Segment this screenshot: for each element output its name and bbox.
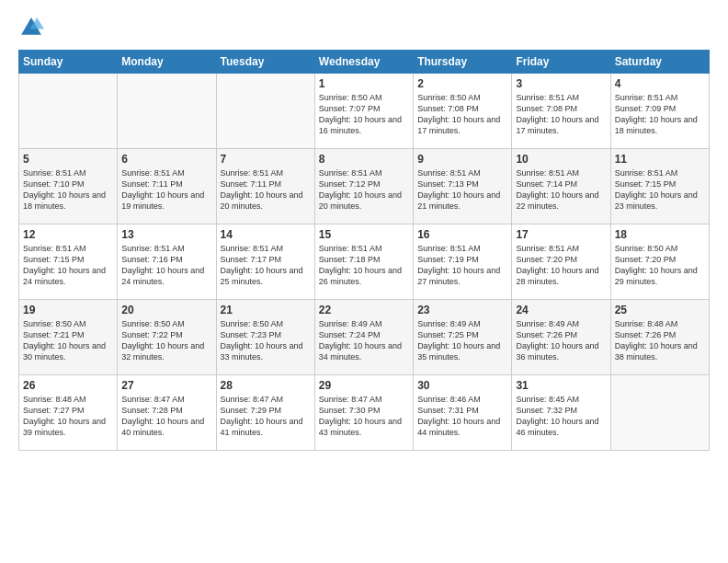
calendar-cell: [216, 74, 314, 149]
day-number: 15: [319, 228, 409, 241]
day-number: 21: [221, 304, 311, 316]
cell-info: Sunrise: 8:51 AM Sunset: 7:11 PM Dayligh…: [121, 167, 211, 213]
calendar-header-row: SundayMondayTuesdayWednesdayThursdayFrid…: [19, 51, 710, 74]
cell-info: Sunrise: 8:47 AM Sunset: 7:30 PM Dayligh…: [319, 394, 409, 439]
cell-info: Sunrise: 8:51 AM Sunset: 7:14 PM Dayligh…: [516, 167, 606, 213]
calendar-cell: 29Sunrise: 8:47 AM Sunset: 7:30 PM Dayli…: [314, 375, 413, 451]
col-header-sunday: Sunday: [19, 51, 118, 74]
calendar-cell: 8Sunrise: 8:51 AM Sunset: 7:12 PM Daylig…: [314, 149, 413, 224]
calendar-cell: 26Sunrise: 8:48 AM Sunset: 7:27 PM Dayli…: [19, 375, 118, 451]
day-number: 19: [23, 304, 113, 316]
day-number: 6: [121, 153, 211, 166]
col-header-tuesday: Tuesday: [216, 51, 314, 74]
calendar-cell: [19, 74, 118, 149]
cell-info: Sunrise: 8:45 AM Sunset: 7:32 PM Dayligh…: [516, 394, 606, 439]
cell-info: Sunrise: 8:49 AM Sunset: 7:25 PM Dayligh…: [417, 318, 507, 363]
day-number: 11: [615, 153, 705, 166]
day-number: 14: [221, 228, 311, 241]
day-number: 24: [516, 304, 606, 316]
day-number: 1: [319, 77, 409, 90]
week-row-1: 1Sunrise: 8:50 AM Sunset: 7:07 PM Daylig…: [19, 74, 710, 149]
cell-info: Sunrise: 8:47 AM Sunset: 7:28 PM Dayligh…: [121, 394, 211, 439]
cell-info: Sunrise: 8:51 AM Sunset: 7:13 PM Dayligh…: [417, 167, 507, 213]
day-number: 16: [417, 228, 507, 241]
cell-info: Sunrise: 8:48 AM Sunset: 7:26 PM Dayligh…: [615, 318, 705, 363]
cell-info: Sunrise: 8:51 AM Sunset: 7:17 PM Dayligh…: [221, 243, 311, 288]
col-header-wednesday: Wednesday: [314, 51, 413, 74]
calendar-cell: 21Sunrise: 8:50 AM Sunset: 7:23 PM Dayli…: [216, 300, 314, 375]
cell-info: Sunrise: 8:49 AM Sunset: 7:24 PM Dayligh…: [319, 318, 409, 363]
calendar-cell: 14Sunrise: 8:51 AM Sunset: 7:17 PM Dayli…: [216, 224, 314, 300]
calendar-cell: 31Sunrise: 8:45 AM Sunset: 7:32 PM Dayli…: [512, 375, 610, 451]
calendar-cell: 11Sunrise: 8:51 AM Sunset: 7:15 PM Dayli…: [610, 149, 709, 224]
week-row-3: 12Sunrise: 8:51 AM Sunset: 7:15 PM Dayli…: [19, 224, 710, 300]
calendar-cell: [610, 375, 709, 451]
week-row-5: 26Sunrise: 8:48 AM Sunset: 7:27 PM Dayli…: [19, 375, 710, 451]
col-header-saturday: Saturday: [610, 51, 709, 74]
cell-info: Sunrise: 8:46 AM Sunset: 7:31 PM Dayligh…: [417, 394, 507, 439]
calendar-cell: 22Sunrise: 8:49 AM Sunset: 7:24 PM Dayli…: [314, 300, 413, 375]
calendar-cell: [118, 74, 216, 149]
cell-info: Sunrise: 8:51 AM Sunset: 7:15 PM Dayligh…: [615, 167, 705, 213]
calendar-cell: 28Sunrise: 8:47 AM Sunset: 7:29 PM Dayli…: [216, 375, 314, 451]
calendar-cell: 23Sunrise: 8:49 AM Sunset: 7:25 PM Dayli…: [414, 300, 512, 375]
calendar-cell: 24Sunrise: 8:49 AM Sunset: 7:26 PM Dayli…: [512, 300, 610, 375]
day-number: 22: [319, 304, 409, 316]
calendar-cell: 4Sunrise: 8:51 AM Sunset: 7:09 PM Daylig…: [610, 74, 709, 149]
col-header-friday: Friday: [512, 51, 610, 74]
week-row-4: 19Sunrise: 8:50 AM Sunset: 7:21 PM Dayli…: [19, 300, 710, 375]
day-number: 7: [221, 153, 311, 166]
cell-info: Sunrise: 8:51 AM Sunset: 7:09 PM Dayligh…: [615, 92, 705, 137]
calendar-cell: 6Sunrise: 8:51 AM Sunset: 7:11 PM Daylig…: [118, 149, 216, 224]
cell-info: Sunrise: 8:51 AM Sunset: 7:16 PM Dayligh…: [121, 243, 211, 288]
cell-info: Sunrise: 8:51 AM Sunset: 7:15 PM Dayligh…: [23, 243, 113, 288]
day-number: 23: [417, 304, 507, 316]
calendar-cell: 19Sunrise: 8:50 AM Sunset: 7:21 PM Dayli…: [19, 300, 118, 375]
day-number: 27: [121, 379, 211, 392]
calendar-cell: 18Sunrise: 8:50 AM Sunset: 7:20 PM Dayli…: [610, 224, 709, 300]
calendar-cell: 3Sunrise: 8:51 AM Sunset: 7:08 PM Daylig…: [512, 74, 610, 149]
day-number: 3: [516, 77, 606, 90]
day-number: 29: [319, 379, 409, 392]
col-header-thursday: Thursday: [414, 51, 512, 74]
day-number: 18: [615, 228, 705, 241]
cell-info: Sunrise: 8:50 AM Sunset: 7:22 PM Dayligh…: [121, 318, 211, 363]
cell-info: Sunrise: 8:51 AM Sunset: 7:11 PM Dayligh…: [221, 167, 311, 213]
day-number: 9: [417, 153, 507, 166]
calendar-cell: 13Sunrise: 8:51 AM Sunset: 7:16 PM Dayli…: [118, 224, 216, 300]
week-row-2: 5Sunrise: 8:51 AM Sunset: 7:10 PM Daylig…: [19, 149, 710, 224]
cell-info: Sunrise: 8:51 AM Sunset: 7:18 PM Dayligh…: [319, 243, 409, 288]
calendar-cell: 20Sunrise: 8:50 AM Sunset: 7:22 PM Dayli…: [118, 300, 216, 375]
calendar-cell: 25Sunrise: 8:48 AM Sunset: 7:26 PM Dayli…: [610, 300, 709, 375]
cell-info: Sunrise: 8:47 AM Sunset: 7:29 PM Dayligh…: [221, 394, 311, 439]
calendar-table: SundayMondayTuesdayWednesdayThursdayFrid…: [18, 50, 710, 451]
day-number: 5: [23, 153, 113, 166]
cell-info: Sunrise: 8:51 AM Sunset: 7:12 PM Dayligh…: [319, 167, 409, 213]
calendar-cell: 7Sunrise: 8:51 AM Sunset: 7:11 PM Daylig…: [216, 149, 314, 224]
page-header: [18, 15, 710, 40]
day-number: 2: [417, 77, 507, 90]
calendar-cell: 15Sunrise: 8:51 AM Sunset: 7:18 PM Dayli…: [314, 224, 413, 300]
cell-info: Sunrise: 8:51 AM Sunset: 7:10 PM Dayligh…: [23, 167, 113, 213]
cell-info: Sunrise: 8:50 AM Sunset: 7:21 PM Dayligh…: [23, 318, 113, 363]
day-number: 20: [121, 304, 211, 316]
calendar-cell: 16Sunrise: 8:51 AM Sunset: 7:19 PM Dayli…: [414, 224, 512, 300]
calendar-cell: 9Sunrise: 8:51 AM Sunset: 7:13 PM Daylig…: [414, 149, 512, 224]
day-number: 17: [516, 228, 606, 241]
logo: [18, 15, 48, 40]
cell-info: Sunrise: 8:50 AM Sunset: 7:07 PM Dayligh…: [319, 92, 409, 137]
day-number: 28: [221, 379, 311, 392]
calendar-cell: 1Sunrise: 8:50 AM Sunset: 7:07 PM Daylig…: [314, 74, 413, 149]
cell-info: Sunrise: 8:48 AM Sunset: 7:27 PM Dayligh…: [23, 394, 113, 439]
cell-info: Sunrise: 8:50 AM Sunset: 7:08 PM Dayligh…: [417, 92, 507, 137]
cell-info: Sunrise: 8:51 AM Sunset: 7:08 PM Dayligh…: [516, 92, 606, 137]
calendar-cell: 12Sunrise: 8:51 AM Sunset: 7:15 PM Dayli…: [19, 224, 118, 300]
day-number: 26: [23, 379, 113, 392]
calendar-cell: 10Sunrise: 8:51 AM Sunset: 7:14 PM Dayli…: [512, 149, 610, 224]
calendar-cell: 2Sunrise: 8:50 AM Sunset: 7:08 PM Daylig…: [414, 74, 512, 149]
cell-info: Sunrise: 8:51 AM Sunset: 7:19 PM Dayligh…: [417, 243, 507, 288]
day-number: 8: [319, 153, 409, 166]
calendar-cell: 5Sunrise: 8:51 AM Sunset: 7:10 PM Daylig…: [19, 149, 118, 224]
day-number: 30: [417, 379, 507, 392]
day-number: 10: [516, 153, 606, 166]
